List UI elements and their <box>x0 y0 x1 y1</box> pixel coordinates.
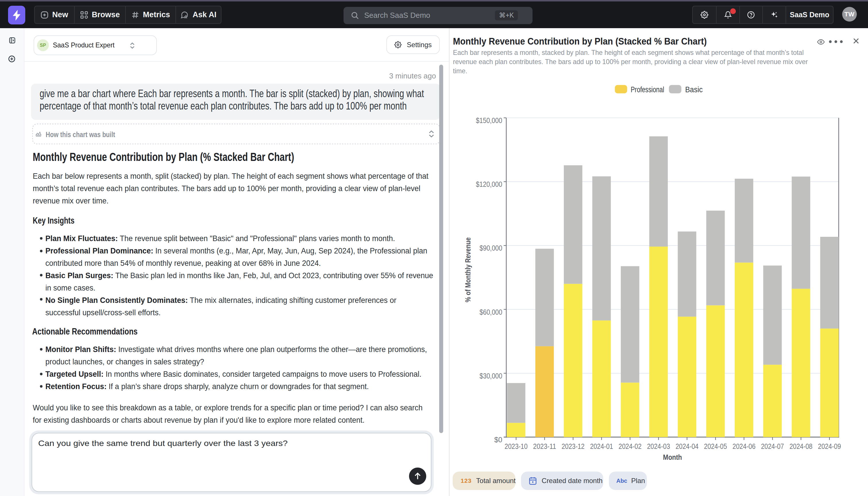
svg-text:$60,000: $60,000 <box>480 308 502 316</box>
svg-text:$0: $0 <box>494 436 502 444</box>
svg-text:2023-12: 2023-12 <box>562 442 584 450</box>
svg-text:2024-09: 2024-09 <box>818 442 841 450</box>
svg-text:2024-06: 2024-06 <box>733 442 755 450</box>
svg-text:2024-03: 2024-03 <box>647 442 670 450</box>
svg-text:2023-10: 2023-10 <box>505 442 528 450</box>
svg-text:$120,000: $120,000 <box>476 180 502 188</box>
svg-text:2024-05: 2024-05 <box>704 442 727 450</box>
svg-text:Basic: Basic <box>685 85 703 94</box>
svg-text:2024-04: 2024-04 <box>676 442 698 450</box>
svg-text:% of Monthly Revenue: % of Monthly Revenue <box>464 237 472 302</box>
svg-text:2024-07: 2024-07 <box>761 442 784 450</box>
svg-text:2024-02: 2024-02 <box>619 442 642 450</box>
svg-text:$30,000: $30,000 <box>480 372 502 380</box>
svg-text:$90,000: $90,000 <box>480 244 502 252</box>
svg-text:$150,000: $150,000 <box>476 117 502 124</box>
svg-text:2024-08: 2024-08 <box>790 442 813 450</box>
svg-text:Month: Month <box>663 453 682 462</box>
svg-text:Professional: Professional <box>631 85 664 94</box>
svg-text:2024-01: 2024-01 <box>590 442 613 450</box>
svg-text:2023-11: 2023-11 <box>533 442 556 450</box>
